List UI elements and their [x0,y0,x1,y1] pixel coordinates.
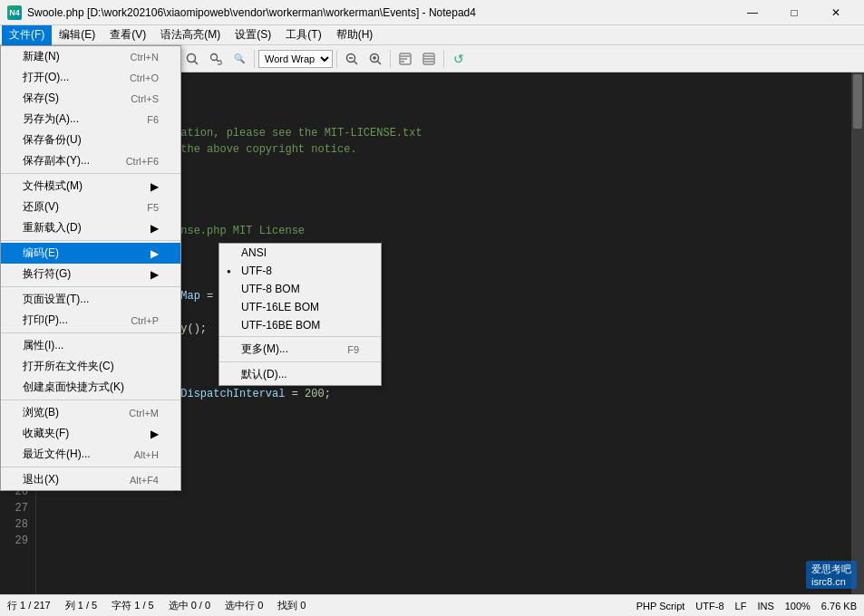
enc-sep-2 [219,361,381,362]
enc-utf8bom[interactable]: UTF-8 BOM [219,280,381,298]
sep-1 [1,173,180,174]
menu-syntax[interactable]: 语法高亮(M) [153,25,228,45]
toolbar-sep-6 [443,50,444,68]
watermark-line2: isrc8.cn [811,576,851,587]
menu-savebackup[interactable]: 保存备份(U) [1,130,180,150]
status-filetype: PHP Script [636,601,685,611]
menu-exit[interactable]: 退出(X) Alt+F4 [1,469,180,490]
menu-reload[interactable]: 重新载入(D) ▶ [1,217,180,238]
findfile-button[interactable]: 🔍 [228,48,250,70]
menu-settings[interactable]: 设置(S) [228,25,278,45]
nav-prev-button[interactable] [394,48,416,70]
status-position: 行 1 / 217 [7,599,51,612]
sep-3 [1,286,180,287]
sep-6 [1,467,180,467]
replace-button[interactable] [205,48,227,70]
status-encoding: UTF-8 [695,601,723,611]
app-icon: N4 [7,5,22,20]
close-button[interactable]: ✕ [815,0,857,25]
toolbar-sep-3 [254,50,255,68]
menu-properties[interactable]: 属性(I)... [1,335,180,356]
vertical-scrollbar[interactable] [851,72,864,594]
scrollbar-thumb[interactable] [853,74,862,129]
enc-utf8[interactable]: ● UTF-8 [219,262,381,280]
menu-edit[interactable]: 编辑(E) [52,25,102,45]
status-column: 列 1 / 5 [65,599,97,612]
enc-utf16be[interactable]: UTF-16BE BOM [219,316,381,334]
toolbar-sep-5 [390,50,391,68]
minimize-button[interactable]: — [732,0,773,25]
status-lineending: LF [735,601,747,611]
zoom-out-button[interactable] [341,48,363,70]
menu-open[interactable]: 打开(O)... Ctrl+O [1,67,180,88]
title-text: Swoole.php [D:\work202106\xiaomipoweb\ve… [27,6,732,19]
menu-revert[interactable]: 还原(V) F5 [1,197,180,217]
menu-new[interactable]: 新建(N) Ctrl+N [1,46,180,67]
utf8-check: ● [227,267,231,275]
nav-next-button[interactable] [418,48,440,70]
menu-pagesetup[interactable]: 页面设置(T)... [1,289,180,310]
title-bar: N4 Swoole.php [D:\work202106\xiaomipoweb… [0,0,864,25]
status-filesize: 6.76 KB [821,601,857,611]
menu-browse[interactable]: 浏览(B) Ctrl+M [1,402,180,423]
refresh-button[interactable]: ↺ [448,48,470,70]
zoom-in-button[interactable] [364,48,386,70]
status-found: 找到 0 [277,599,306,612]
menu-createshortcut[interactable]: 创建桌面快捷方式(K) [1,377,180,398]
menu-encoding[interactable]: 编码(E) ▶ [1,243,180,264]
svg-line-11 [194,61,198,64]
word-wrap-combo[interactable]: Word Wrap [258,50,333,68]
file-menu-dropdown: 新建(N) Ctrl+N 打开(O)... Ctrl+O 保存(S) Ctrl+… [0,45,181,491]
svg-point-12 [211,53,218,60]
enc-default[interactable]: 默认(D)... [219,364,381,385]
menu-file[interactable]: 文件(F) [2,25,52,45]
status-right: PHP Script UTF-8 LF INS 100% 6.76 KB [636,601,857,611]
watermark-line1: 爱思考吧 [811,563,851,576]
menu-save[interactable]: 保存(S) Ctrl+S [1,88,180,109]
enc-utf16le[interactable]: UTF-16LE BOM [219,298,381,316]
status-current-line: 选中行 0 [225,599,263,612]
enc-more[interactable]: 更多(M)... F9 [219,339,381,360]
toolbar-sep-4 [336,50,337,68]
menu-savecopy[interactable]: 保存副本(Y)... Ctrl+F6 [1,150,180,171]
status-bar: 行 1 / 217 列 1 / 5 字符 1 / 5 选中 0 / 0 选中行 … [0,594,864,616]
encoding-submenu: ANSI ● UTF-8 UTF-8 BOM UTF-16LE BOM UTF-… [218,243,382,386]
menu-favorites[interactable]: 收藏夹(F) ▶ [1,423,180,444]
menu-bar: 文件(F) 编辑(E) 查看(V) 语法高亮(M) 设置(S) 工具(T) 帮助… [0,25,864,45]
menu-recentfiles[interactable]: 最近文件(H)... Alt+H [1,444,180,465]
sep-4 [1,332,180,333]
sep-2 [1,240,180,241]
menu-tools[interactable]: 工具(T) [278,25,328,45]
menu-saveas[interactable]: 另存为(A)... F6 [1,109,180,130]
sep-5 [1,399,180,400]
menu-lineending[interactable]: 换行符(G) ▶ [1,264,180,284]
svg-line-18 [377,61,381,64]
status-char: 字符 1 / 5 [112,599,153,612]
watermark: 爱思考吧 isrc8.cn [806,561,857,589]
find-button[interactable] [181,48,203,70]
enc-ansi[interactable]: ANSI [219,244,381,262]
svg-line-15 [354,61,357,64]
menu-help[interactable]: 帮助(H) [329,25,381,45]
menu-view[interactable]: 查看(V) [102,25,153,45]
status-selection: 选中 0 / 0 [169,599,210,612]
menu-print[interactable]: 打印(P)... Ctrl+P [1,310,180,331]
enc-sep-1 [219,336,381,337]
status-mode: INS [757,601,773,611]
svg-point-10 [188,53,196,62]
menu-filemode[interactable]: 文件模式(M) ▶ [1,176,180,197]
status-zoom: 100% [785,601,811,611]
menu-openfolder[interactable]: 打开所在文件夹(C) [1,356,180,377]
maximize-button[interactable]: □ [773,0,815,25]
